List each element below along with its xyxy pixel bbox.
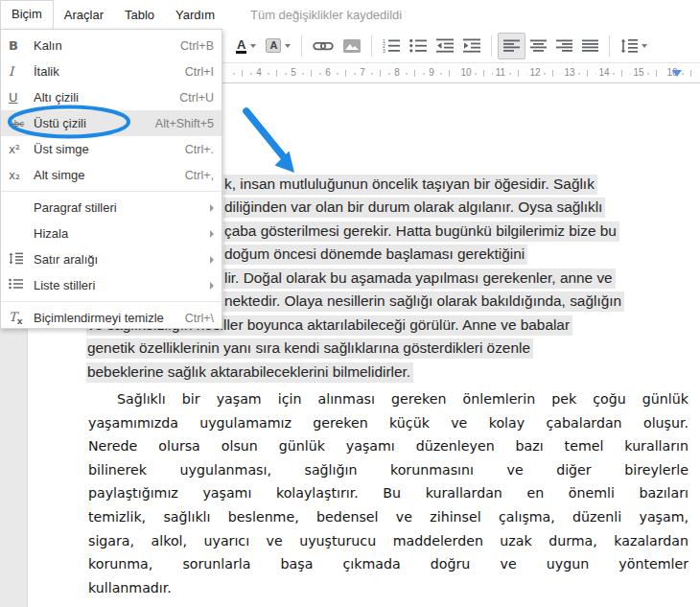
clear-formatting-icon: Tx [9,310,34,326]
text-line[interactable]: paylaştığımız yaşamı kolaylaştırır. Bu k… [88,481,688,505]
menu-item-subscript[interactable]: x₂ Alt simge Ctrl+, [1,162,222,188]
svg-text:3: 3 [383,48,385,53]
list-styles-icon [9,278,34,292]
ruler-number: 15 [630,67,646,78]
text-color-button[interactable]: A [231,34,261,58]
text-line[interactable]: nektedir. Olaya nesillerin sağlığı olara… [223,291,624,314]
menu-item-bold[interactable]: B Kalın Ctrl+B [1,33,222,58]
text-line[interactable]: çaba gösterilmesi gerekir. Hatta bugünkü… [223,221,619,244]
menu-item-label: Biçimlendirmeyi temizle [34,311,185,325]
ruler-number: 5 [288,67,299,78]
menu-item-label: Üst simge [34,142,185,156]
link-icon [313,39,334,53]
menu-tablo[interactable]: Tablo [114,1,165,29]
image-icon [343,39,361,53]
menu-item-align[interactable]: Hizala [1,221,222,246]
strikethrough-icon: abc [9,119,34,128]
menu-shortcut: Ctrl+. [185,143,214,156]
justify-icon [582,39,598,53]
chevron-down-icon [642,44,647,48]
menu-item-paragraph-styles[interactable]: Paragraf stilleri [1,195,222,221]
menu-item-label: Satır aralığı [34,252,210,267]
highlight-color-button[interactable]: A [261,34,295,58]
menu-item-superscript[interactable]: x² Üst simge Ctrl+. [1,136,222,162]
text-line[interactable]: k, insan mutluluğunun öncelik taşıyan bi… [223,174,597,197]
menu-item-list-styles[interactable]: Liste stilleri [1,272,222,298]
increase-indent-button[interactable] [458,34,485,58]
line-spacing-icon [9,252,34,268]
text-line[interactable]: lir. Doğal olarak bu aşamada yapılması g… [223,268,616,291]
decrease-indent-icon [436,38,454,53]
chevron-down-icon [285,44,291,48]
align-left-icon [503,39,520,53]
numbered-list-button[interactable]: 1 2 3 [378,34,405,58]
align-center-icon [530,39,547,53]
app-window: Biçim Araçlar Tablo Yardım Tüm değişikli… [0,0,700,607]
menu-item-clear-formatting[interactable]: Tx Biçimlendirmeyi temizle Ctrl+\ [1,305,222,331]
menu-item-line-spacing[interactable]: Satır aralığı [1,246,222,272]
text-line[interactable]: Sağlıklı bir yaşam için alınması gereken… [88,387,688,411]
toolbar-divider [609,35,610,57]
menu-item-label: İtalik [34,64,185,79]
align-right-button[interactable] [551,34,577,58]
ruler-number: 6 [322,67,334,78]
menu-item-label: Altı çizili [34,90,179,105]
submenu-arrow-icon [210,256,214,264]
bulleted-list-icon [409,38,427,53]
menu-yardim[interactable]: Yardım [165,1,225,29]
menu-araclar[interactable]: Araçlar [54,1,114,29]
ruler-number: 10 [457,67,474,78]
ruler-number: 4 [253,67,265,78]
text-line[interactable]: bebeklerine sağlık aktarabileceklerini b… [86,362,413,385]
submenu-arrow-icon [210,204,214,212]
subscript-icon: x₂ [9,169,34,182]
justify-button[interactable] [577,34,603,58]
toolbar-divider [301,35,302,57]
submenu-arrow-icon [210,282,214,290]
text-line[interactable]: diliğinden var olan bir durum olarak alg… [223,197,605,220]
menu-item-label: Paragraf stilleri [34,200,210,215]
text-line[interactable]: temizlik, sağlıklı beslenme, bedensel ve… [88,505,688,529]
menu-shortcut: Ctrl+, [185,169,214,182]
menu-item-underline[interactable]: U Altı çizili Ctrl+U [1,84,222,110]
italic-icon: I [9,64,34,79]
bold-icon: B [9,38,34,53]
menu-bicim[interactable]: Biçim [0,0,54,29]
paragraph-2[interactable]: Sağlıklı bir yaşam için alınması gereken… [88,387,688,599]
text-line[interactable]: genetik özelliklerinin yanı sıra kendi s… [86,338,533,361]
toolbar-divider [371,35,372,57]
menu-item-label: Liste stilleri [34,278,210,292]
menu-shortcut: Ctrl+I [185,65,214,79]
text-line[interactable]: korunma, sorunlarla başa çıkmada doğru v… [88,552,688,576]
insert-link-button[interactable] [308,34,338,58]
text-line[interactable]: bilinerek uygulanması, sağlığın korunmas… [88,458,688,482]
numbered-list-icon: 1 2 3 [383,38,400,53]
menu-item-italic[interactable]: I İtalik Ctrl+I [1,58,222,84]
text-line[interactable]: yaşamımızda uygulamamız gereken küçük ve… [88,411,688,435]
format-menu: B Kalın Ctrl+B I İtalik Ctrl+I U Altı çi… [0,29,222,329]
menu-item-strikethrough[interactable]: abc Üstü çizili Alt+Shift+5 [1,110,222,136]
ruler-number: 14 [595,67,612,78]
bulleted-list-button[interactable] [405,34,432,58]
text-line[interactable]: doğum öncesi dönemde başlaması gerektiği… [223,244,527,267]
decrease-indent-button[interactable] [432,34,458,58]
ruler-number: 9 [426,67,437,78]
line-spacing-icon [620,38,638,54]
superscript-icon: x² [9,143,34,156]
text-line[interactable]: kullanmadır. [88,576,688,600]
align-left-button[interactable] [498,33,525,59]
highlight-color-icon: A [266,38,281,53]
right-indent-marker[interactable] [672,70,682,77]
menu-item-label: Üstü çizili [34,116,155,130]
chevron-down-icon [250,44,256,48]
text-line[interactable]: sigara, alkol, uyarıcı ve uyuşturucu mad… [88,529,688,553]
save-status: Tüm değişiklikler kaydedildi [250,8,402,22]
insert-image-button[interactable] [338,34,365,58]
ruler-number: 7 [357,67,368,78]
line-spacing-button[interactable] [616,34,652,58]
ruler-number: 13 [561,67,577,78]
align-center-button[interactable] [525,34,551,58]
menu-divider [1,191,222,192]
text-line[interactable]: Nerede olursa olsun günlük yaşamı düzenl… [88,434,688,458]
increase-indent-icon [463,38,480,53]
